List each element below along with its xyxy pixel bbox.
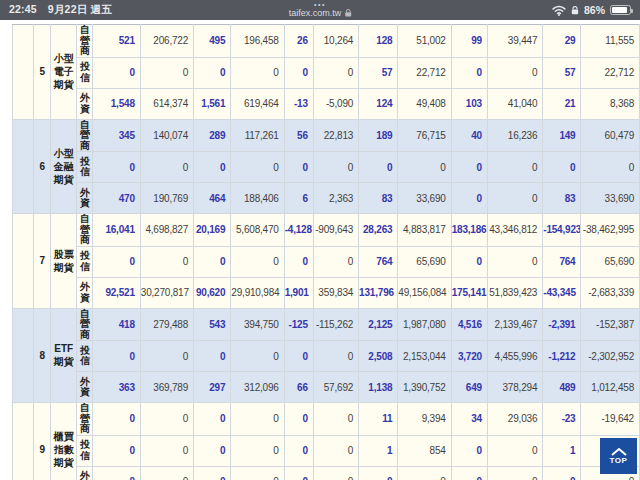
address-bar[interactable]: ••• taifex.com.tw bbox=[289, 0, 352, 20]
table-row: 外資470190,769464188,40662,3638333,6900083… bbox=[13, 183, 640, 214]
lots-value: 649 bbox=[451, 372, 487, 403]
amount-value: 0 bbox=[487, 152, 542, 183]
amount-value: 0 bbox=[398, 466, 451, 480]
lots-value: 0 bbox=[451, 57, 487, 88]
table-row: 外資1,548614,3741,561619,464-13-5,09012449… bbox=[13, 88, 640, 119]
amount-value: 22,712 bbox=[398, 57, 451, 88]
lots-value: 0 bbox=[284, 152, 313, 183]
lots-value: 0 bbox=[451, 183, 487, 214]
row-number: 7 bbox=[34, 214, 51, 309]
lots-value: 495 bbox=[194, 25, 231, 58]
lots-value: -13 bbox=[284, 88, 313, 119]
lots-value: 0 bbox=[93, 246, 140, 277]
amount-value: 854 bbox=[398, 435, 451, 466]
row-gutter-cell bbox=[13, 25, 34, 120]
amount-value: 188,406 bbox=[231, 183, 284, 214]
lots-value: -2,391 bbox=[543, 308, 581, 341]
amount-value: 29,910,984 bbox=[231, 277, 284, 308]
amount-value: -2,302,952 bbox=[581, 341, 640, 372]
amount-value: 2,363 bbox=[313, 183, 358, 214]
amount-value: 39,447 bbox=[487, 25, 542, 58]
amount-value: 22,813 bbox=[313, 119, 358, 152]
amount-value: 0 bbox=[140, 57, 193, 88]
amount-value: 60,479 bbox=[581, 119, 640, 152]
amount-value: 65,690 bbox=[581, 246, 640, 277]
lots-value: 1,561 bbox=[194, 88, 231, 119]
lots-value: 0 bbox=[451, 435, 487, 466]
identity-label: 自營商 bbox=[77, 308, 93, 341]
amount-value: 11,555 bbox=[581, 25, 640, 58]
amount-value: 614,374 bbox=[140, 88, 193, 119]
amount-value: 1,012,458 bbox=[581, 372, 640, 403]
amount-value: 0 bbox=[313, 435, 358, 466]
amount-value: 0 bbox=[487, 183, 542, 214]
lots-value: 0 bbox=[451, 246, 487, 277]
amount-value: 0 bbox=[231, 466, 284, 480]
amount-value: 117,261 bbox=[231, 119, 284, 152]
lots-value: -4,128 bbox=[284, 214, 313, 247]
lots-value: -23 bbox=[543, 403, 581, 436]
amount-value: 65,690 bbox=[398, 246, 451, 277]
lots-value: 103 bbox=[451, 88, 487, 119]
status-left: 22:45 9月22日 週五 bbox=[9, 3, 112, 17]
wifi-icon bbox=[552, 5, 566, 16]
lots-value: 0 bbox=[194, 403, 231, 436]
institutional-traders-table: 5小型電子期貨自營商521206,722495196,4582610,26412… bbox=[12, 24, 640, 480]
table-row: 投信0000005722,712005722,712 bbox=[13, 57, 640, 88]
lots-value: 0 bbox=[194, 246, 231, 277]
row-number: 9 bbox=[34, 403, 51, 480]
amount-value: 33,690 bbox=[581, 183, 640, 214]
table-row: 6小型金融期貨自營商345140,074289117,2615622,81318… bbox=[13, 119, 640, 152]
identity-label: 外資 bbox=[77, 277, 93, 308]
lots-value: 0 bbox=[284, 57, 313, 88]
amount-value: 0 bbox=[231, 57, 284, 88]
amount-value: 2,139,467 bbox=[487, 308, 542, 341]
status-bar: 22:45 9月22日 週五 ••• taifex.com.tw bbox=[0, 0, 640, 20]
amount-value: 4,883,817 bbox=[398, 214, 451, 247]
lots-value: 0 bbox=[284, 403, 313, 436]
lots-value: 363 bbox=[93, 372, 140, 403]
amount-value: 43,346,812 bbox=[487, 214, 542, 247]
lots-value: 0 bbox=[194, 435, 231, 466]
amount-value: 16,236 bbox=[487, 119, 542, 152]
amount-value: 30,270,817 bbox=[140, 277, 193, 308]
lots-value: 1 bbox=[543, 435, 581, 466]
amount-value: 0 bbox=[487, 57, 542, 88]
lots-value: 1 bbox=[359, 435, 398, 466]
amount-value: 0 bbox=[231, 152, 284, 183]
identity-label: 外資 bbox=[77, 372, 93, 403]
amount-value: 4,698,827 bbox=[140, 214, 193, 247]
amount-value: 0 bbox=[140, 341, 193, 372]
lots-value: 0 bbox=[543, 152, 581, 183]
amount-value: 279,488 bbox=[140, 308, 193, 341]
lots-value: 0 bbox=[451, 152, 487, 183]
lots-value: 0 bbox=[93, 466, 140, 480]
lots-value: 464 bbox=[194, 183, 231, 214]
lots-value: 0 bbox=[93, 435, 140, 466]
amount-value: 9,394 bbox=[398, 403, 451, 436]
lots-value: 83 bbox=[543, 183, 581, 214]
lots-value: 56 bbox=[284, 119, 313, 152]
lots-value: 0 bbox=[194, 57, 231, 88]
lots-value: 0 bbox=[284, 466, 313, 480]
table-row: 投信00000076465,6900076465,690 bbox=[13, 246, 640, 277]
lots-value: 90,620 bbox=[194, 277, 231, 308]
lots-value: 543 bbox=[194, 308, 231, 341]
amount-value: 41,040 bbox=[487, 88, 542, 119]
status-right: 86% bbox=[552, 4, 631, 16]
amount-value: -115,262 bbox=[313, 308, 358, 341]
lots-value: 0 bbox=[451, 466, 487, 480]
back-to-top-button[interactable]: TOP bbox=[600, 438, 637, 474]
date: 9月22日 週五 bbox=[48, 3, 112, 17]
lots-value: 20,169 bbox=[194, 214, 231, 247]
amount-value: 33,690 bbox=[398, 183, 451, 214]
amount-value: -5,090 bbox=[313, 88, 358, 119]
table-row: 外資363369,789297312,0966657,6921,1381,390… bbox=[13, 372, 640, 403]
table-row: 外資92,52130,270,81790,62029,910,9841,9013… bbox=[13, 277, 640, 308]
amount-value: 378,294 bbox=[487, 372, 542, 403]
amount-value: 1,390,752 bbox=[398, 372, 451, 403]
amount-value: -2,683,339 bbox=[581, 277, 640, 308]
url-text[interactable]: taifex.com.tw bbox=[289, 8, 342, 18]
lots-value: 16,041 bbox=[93, 214, 140, 247]
lots-value: 0 bbox=[194, 152, 231, 183]
